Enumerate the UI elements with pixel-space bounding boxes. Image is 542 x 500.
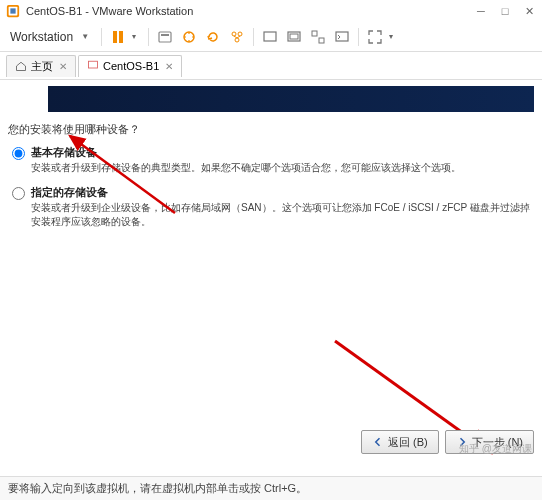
revert-icon[interactable] [203,27,223,47]
svg-rect-16 [336,32,348,41]
tab-bar: 主页 ✕ CentOS-B1 ✕ [0,52,542,80]
option-specified-desc: 安装或者升级到企业级设备，比如存储局域网（SAN）。这个选项可让您添加 FCoE… [31,201,534,229]
status-hint: 要将输入定向到该虚拟机，请在虚拟机内部单击或按 Ctrl+G。 [8,481,307,496]
svg-rect-3 [113,31,117,43]
separator [148,28,149,46]
arrow-left-icon [372,436,384,448]
tab-vm-close[interactable]: ✕ [165,61,173,72]
fullscreen-icon[interactable] [365,27,385,47]
pause-icon[interactable] [108,27,128,47]
separator [253,28,254,46]
app-icon [6,4,20,18]
option-specified-title: 指定的存储设备 [31,185,534,200]
svg-rect-5 [159,32,171,42]
unity-icon[interactable] [308,27,328,47]
fit-guest-icon[interactable] [260,27,280,47]
svg-rect-4 [119,31,123,43]
menu-bar: Workstation ▼ ▾ ▾ [0,22,542,52]
back-button-label: 返回 (B) [388,435,428,450]
separator [101,28,102,46]
svg-rect-6 [161,34,169,36]
svg-rect-2 [10,8,15,13]
console-view-icon[interactable] [332,27,352,47]
home-icon [15,60,27,72]
svg-rect-17 [89,61,98,68]
option-specified-storage[interactable]: 指定的存储设备 安装或者升级到企业级设备，比如存储局域网（SAN）。这个选项可让… [8,185,534,229]
option-basic-title: 基本存储设备 [31,145,534,160]
svg-point-8 [232,32,236,36]
svg-point-10 [235,38,239,42]
svg-rect-13 [290,34,298,39]
tab-vm-label: CentOS-B1 [103,60,159,72]
menu-dropdown-icon[interactable]: ▼ [81,32,89,41]
installer-prompt: 您的安装将使用哪种设备？ [8,122,534,137]
manage-snapshot-icon[interactable] [227,27,247,47]
option-basic-storage[interactable]: 基本存储设备 安装或者升级到存储设备的典型类型。如果您不确定哪个选项适合您，您可… [8,145,534,175]
next-button-label: 下一步 (N) [472,435,523,450]
pause-dropdown-icon[interactable]: ▾ [132,32,136,41]
send-keys-icon[interactable] [155,27,175,47]
status-bar: 要将输入定向到该虚拟机，请在虚拟机内部单击或按 Ctrl+G。 [0,476,542,500]
close-button[interactable]: ✕ [522,4,536,18]
tab-home-close[interactable]: ✕ [59,61,67,72]
arrow-right-icon [456,436,468,448]
svg-rect-14 [312,31,317,36]
window-title: CentOS-B1 - VMware Workstation [26,5,474,17]
snapshot-icon[interactable] [179,27,199,47]
workstation-menu[interactable]: Workstation [6,28,77,46]
separator [358,28,359,46]
tab-home-label: 主页 [31,59,53,74]
back-button[interactable]: 返回 (B) [361,430,439,454]
option-basic-desc: 安装或者升级到存储设备的典型类型。如果您不确定哪个选项适合您，您可能应该选择这个… [31,161,534,175]
radio-basic-storage[interactable] [12,147,25,160]
fullscreen-dropdown-icon[interactable]: ▾ [389,32,393,41]
next-button[interactable]: 下一步 (N) [445,430,534,454]
installer-banner [48,86,534,112]
radio-specified-storage[interactable] [12,187,25,200]
fit-window-icon[interactable] [284,27,304,47]
minimize-button[interactable]: ─ [474,4,488,18]
title-bar: CentOS-B1 - VMware Workstation ─ □ ✕ [0,0,542,22]
vm-icon [87,59,99,73]
svg-rect-15 [319,38,324,43]
tab-home[interactable]: 主页 ✕ [6,55,76,77]
maximize-button[interactable]: □ [498,4,512,18]
svg-rect-11 [264,32,276,41]
svg-point-9 [238,32,242,36]
vm-console[interactable]: 您的安装将使用哪种设备？ 基本存储设备 安装或者升级到存储设备的典型类型。如果您… [0,86,542,482]
tab-vm[interactable]: CentOS-B1 ✕ [78,55,182,77]
